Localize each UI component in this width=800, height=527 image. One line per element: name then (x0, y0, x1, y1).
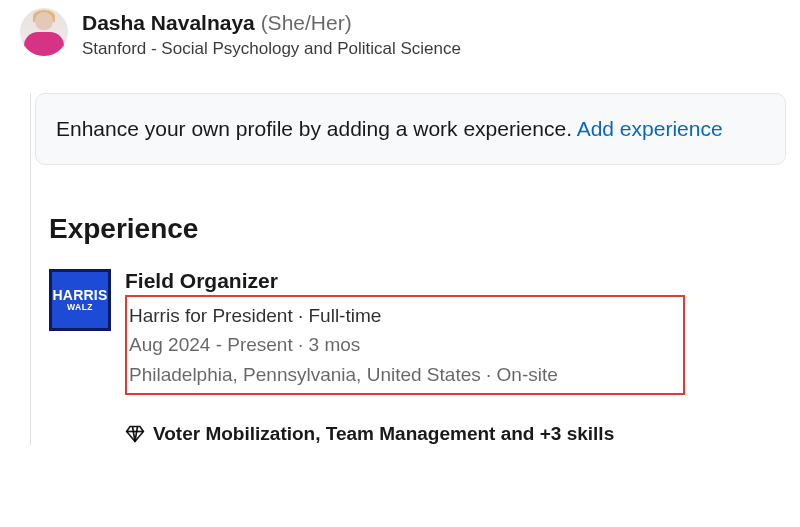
company-logo[interactable]: HARRIS WALZ (49, 269, 111, 331)
avatar[interactable] (20, 8, 68, 56)
enhance-profile-card: Enhance your own profile by adding a wor… (35, 93, 786, 165)
profile-name: Dasha Navalnaya (82, 11, 255, 34)
skills-text: Voter Mobilization, Team Management and … (153, 423, 614, 445)
enhance-profile-text: Enhance your own profile by adding a wor… (56, 117, 577, 140)
profile-header: Dasha Navalnaya (She/Her) Stanford - Soc… (0, 0, 800, 67)
profile-subtitle: Stanford - Social Psychology and Politic… (82, 39, 461, 59)
company-line: Harris for President · Full-time (129, 301, 677, 330)
profile-pronouns: (She/Her) (261, 11, 352, 34)
skills-row[interactable]: Voter Mobilization, Team Management and … (125, 423, 800, 445)
experience-body: Field Organizer Harris for President · F… (125, 269, 800, 445)
company-logo-bottom: WALZ (67, 303, 93, 312)
location-line: Philadelphia, Pennsylvania, United State… (129, 360, 677, 389)
add-experience-link[interactable]: Add experience (577, 117, 723, 140)
date-line: Aug 2024 - Present · 3 mos (129, 330, 677, 359)
profile-name-line[interactable]: Dasha Navalnaya (She/Her) (82, 8, 461, 37)
profile-header-text: Dasha Navalnaya (She/Her) Stanford - Soc… (82, 8, 461, 59)
job-title: Field Organizer (125, 269, 800, 293)
annotation-highlight: Harris for President · Full-time Aug 202… (125, 295, 685, 395)
skills-icon (125, 424, 145, 444)
experience-item[interactable]: HARRIS WALZ Field Organizer Harris for P… (49, 269, 800, 445)
experience-section-title: Experience (49, 213, 800, 245)
company-logo-top: HARRIS (53, 288, 108, 302)
